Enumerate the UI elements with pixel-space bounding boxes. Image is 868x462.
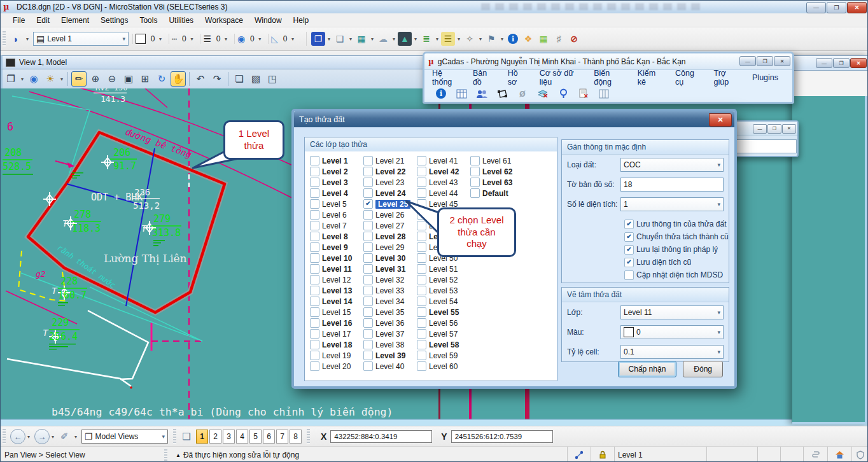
checkbox[interactable]	[417, 253, 426, 263]
checkbox[interactable]	[417, 264, 426, 274]
pan-view-icon[interactable]: ✋	[171, 71, 186, 87]
level-checkbox-item[interactable]: Level 40	[363, 361, 416, 372]
view-toggle-2[interactable]: 2	[209, 430, 221, 444]
checkbox[interactable]	[310, 340, 319, 349]
checkbox[interactable]	[310, 351, 319, 360]
level-checkbox-item[interactable]: Level 14	[310, 296, 362, 307]
level-checkbox-item[interactable]: Level 26	[363, 209, 416, 220]
no-snap-icon[interactable]: ⊘	[567, 32, 581, 46]
close-button[interactable]: ✕	[850, 58, 867, 68]
text-field[interactable]: 18	[620, 178, 724, 192]
level-checkbox-item[interactable]: Level 20	[310, 361, 362, 372]
view-toggle-1[interactable]: 1	[196, 430, 208, 444]
toolbar-grip[interactable]	[173, 429, 176, 444]
checkbox[interactable]	[310, 318, 319, 328]
checkbox[interactable]	[417, 178, 426, 187]
checkbox[interactable]	[417, 221, 426, 230]
shield-icon[interactable]	[851, 447, 868, 462]
restore-button[interactable]: ❐	[833, 58, 850, 68]
explorer-icon[interactable]: ❖	[521, 32, 535, 46]
combo-field[interactable]: COC▾	[620, 158, 724, 172]
models-icon[interactable]: ▦	[354, 32, 368, 46]
checkbox[interactable]	[363, 264, 373, 274]
menu-item[interactable]: Utilities	[163, 15, 199, 26]
menu-item[interactable]: Edit	[31, 15, 55, 26]
checkbox[interactable]	[363, 221, 373, 230]
color-picker[interactable]: 0 ▾	[132, 34, 166, 44]
menu-item[interactable]: Element	[55, 15, 95, 26]
combo-field[interactable]: 0.1▾	[620, 345, 724, 359]
level-checkbox-item[interactable]: Level 56	[417, 318, 469, 328]
checkbox[interactable]	[363, 253, 373, 263]
checkbox[interactable]	[417, 297, 426, 306]
checkbox[interactable]	[310, 264, 319, 274]
level-checkbox-item[interactable]: Level 17	[310, 328, 362, 339]
checkbox[interactable]	[470, 167, 480, 176]
level-checkbox-item[interactable]: Level 28	[363, 231, 416, 242]
raster-image-icon[interactable]: ▲	[398, 32, 412, 46]
chevron-down-icon[interactable]: ▾	[73, 434, 79, 440]
rotate-view-icon[interactable]: ↻	[154, 71, 169, 87]
checkbox[interactable]: ✔	[624, 220, 634, 229]
info-icon[interactable]: i	[433, 87, 449, 100]
checkbox[interactable]	[310, 242, 319, 252]
toolbar-grip[interactable]	[307, 429, 310, 444]
chevron-down-icon[interactable]: ▾	[499, 36, 505, 42]
view-toggle-6[interactable]: 6	[263, 430, 275, 444]
checkbox[interactable]	[310, 297, 319, 306]
adjust-brightness-icon[interactable]: ☀	[43, 71, 58, 87]
checkbox[interactable]	[624, 270, 634, 280]
level-checkbox-item[interactable]: Level 59	[417, 350, 469, 361]
checkbox[interactable]	[310, 275, 319, 284]
checkbox[interactable]: ✔	[624, 258, 634, 267]
accept-button[interactable]: Chấp nhận	[618, 361, 677, 377]
element-info-icon[interactable]: i	[506, 32, 520, 46]
gcadas-menu-item[interactable]: Bản đồ	[473, 69, 494, 87]
level-checkbox-item[interactable]: Level 44	[417, 188, 469, 199]
level-checkbox-item[interactable]: Level 53	[417, 285, 469, 296]
x-coordinate-input[interactable]: 432252:884:0.3419	[330, 430, 432, 443]
checkbox[interactable]	[310, 156, 319, 165]
checkbox[interactable]	[417, 188, 426, 198]
chevron-down-icon[interactable]: ▾	[326, 36, 332, 42]
home-icon[interactable]	[827, 447, 851, 462]
remove-layer-icon[interactable]: ✕	[535, 87, 550, 100]
level-checkbox-item[interactable]: Level 36	[363, 318, 416, 328]
level-checkbox-item[interactable]: Level 43	[417, 177, 469, 188]
gcadas-menu-item[interactable]: Hồ sơ	[508, 69, 526, 87]
checkbox[interactable]	[363, 361, 373, 371]
checkbox[interactable]	[417, 210, 426, 220]
checkbox[interactable]	[310, 167, 319, 176]
snap-mode-indicator[interactable]	[567, 447, 591, 462]
view-toggle-7[interactable]: 7	[276, 430, 288, 444]
copy-view-icon[interactable]: ❏	[232, 71, 247, 87]
checkbox[interactable]	[310, 188, 319, 198]
level-checkbox-item[interactable]: ✔Level 25	[363, 199, 416, 209]
clip-volume-icon[interactable]: ▧	[248, 71, 263, 87]
level-checkbox-item[interactable]: Level 52	[417, 274, 469, 285]
level-checkbox-item[interactable]: Level 24	[363, 188, 416, 199]
level-checkbox-item[interactable]: Level 11	[310, 263, 362, 274]
checkbox[interactable]	[417, 340, 426, 349]
table-icon[interactable]	[454, 87, 469, 100]
floating-window-input[interactable]	[734, 139, 797, 153]
dialog-title-bar[interactable]: Tạo thửa đất ✕	[294, 111, 734, 127]
priority-picker[interactable]: ◺ 0 ▾	[268, 34, 298, 44]
gcadas-title-bar[interactable]: µ gCadas - Phường Nguyễn Thị Minh Khai -…	[424, 53, 792, 70]
level-checkbox-item[interactable]: Default	[470, 188, 522, 199]
checkbox[interactable]	[363, 329, 373, 339]
level-checkbox-item[interactable]: Level 60	[417, 361, 469, 372]
checkbox[interactable]	[417, 318, 426, 328]
checkbox[interactable]	[417, 286, 426, 295]
close-icon[interactable]: ✕	[709, 113, 732, 127]
level-checkbox-item[interactable]: Level 12	[310, 274, 362, 285]
checkbox[interactable]	[363, 167, 373, 176]
chevron-down-icon[interactable]: ▾	[477, 36, 484, 42]
level-checkbox-item[interactable]: Level 10	[310, 253, 362, 263]
level-checkbox-item[interactable]: Level 35	[363, 307, 416, 318]
combo-field[interactable]: Level 11▾	[620, 305, 724, 319]
checkbox[interactable]	[310, 307, 319, 317]
checkbox[interactable]: ✔	[624, 245, 634, 255]
level-checkbox-item[interactable]: Level 1	[310, 155, 362, 166]
chevron-down-icon[interactable]: ▾	[434, 36, 440, 42]
